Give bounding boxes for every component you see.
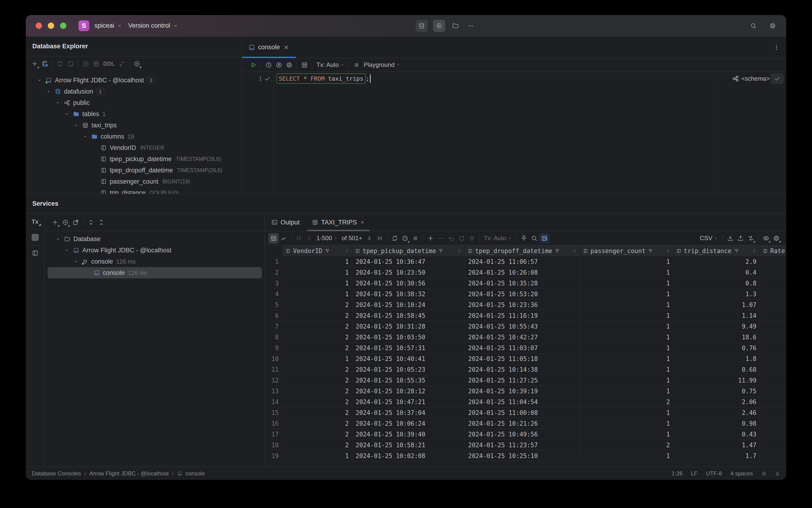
row-number[interactable]: 16 [265,418,283,429]
cell[interactable]: 2 [283,440,352,451]
add-service-button[interactable] [50,217,60,227]
row-number[interactable]: 12 [265,375,283,386]
cell[interactable]: 1.07 [673,299,760,310]
row-number[interactable]: 14 [265,396,283,408]
tree-item-passenger-count[interactable]: passenger_countBIGINT(19) [26,176,242,187]
cell[interactable]: 2 [283,396,352,408]
cell[interactable]: 1 [580,429,673,440]
pin-tab-button[interactable] [519,233,529,244]
cell[interactable]: 2024-01-25 10:03:50 [352,332,465,343]
column-header-rate[interactable]: Rate [760,245,786,256]
previous-page-button[interactable] [304,233,315,244]
query-history-button[interactable] [264,60,274,70]
stop-process-icon[interactable] [32,234,39,241]
column-header-tpep_pickup_datetime[interactable]: tpep_pickup_datetime [352,245,465,256]
cell[interactable]: 1.7 [673,451,760,461]
tree-item-console[interactable]: console126 ms [48,267,262,279]
more-actions-button[interactable] [466,20,476,31]
cell[interactable] [760,451,786,461]
in-editor-results-button[interactable] [299,60,310,70]
project-folder-button[interactable] [450,20,461,31]
datasource-properties-button[interactable] [40,59,50,69]
cell[interactable]: 2.9 [673,256,760,267]
cell[interactable]: 0.68 [673,364,760,375]
row-number[interactable]: 7 [265,321,283,332]
cell[interactable]: 1 [580,375,673,386]
cell[interactable]: 2 [283,343,352,353]
run-mode-select[interactable]: Playground [362,61,402,69]
tab-options-kebab-icon[interactable] [773,44,780,51]
reload-data-button[interactable] [390,233,400,244]
data-view-button[interactable] [268,233,279,244]
cell[interactable]: 2024-01-25 11:23:57 [465,440,580,451]
expand-all-button[interactable] [86,217,96,227]
cell[interactable]: 2024-01-25 10:39:40 [352,429,465,440]
status-item[interactable]: 1:26 [672,470,683,477]
cell[interactable] [760,364,786,375]
filter-icon[interactable] [734,248,739,254]
new-console-button[interactable] [65,59,76,69]
cell[interactable]: 1 [283,256,352,267]
grid-settings-button[interactable] [771,233,781,244]
cell[interactable]: 1 [580,343,673,353]
cell[interactable] [760,386,786,396]
cell[interactable]: 1 [580,278,673,289]
row-number[interactable]: 9 [265,343,283,353]
row-number[interactable]: 10 [265,353,283,364]
import-data-button[interactable] [735,233,746,244]
tree-item-database[interactable]: Database [45,234,265,245]
cell[interactable]: 9.49 [673,321,760,332]
chevron-down-icon[interactable] [71,259,80,264]
chevron-down-icon[interactable] [71,123,81,128]
tree-item-datafusion[interactable]: datafusion1 [26,86,242,97]
cell[interactable]: 2024-01-25 10:21:26 [465,418,580,429]
cell[interactable] [760,418,786,429]
chart-view-button[interactable] [279,233,289,244]
row-number[interactable]: 3 [265,278,283,289]
filter-icon[interactable] [325,248,330,254]
cell[interactable]: 2024-01-25 10:47:21 [352,396,465,408]
cell[interactable]: 2024-01-25 10:23:36 [465,299,580,310]
cell[interactable]: 18.6 [673,332,760,343]
cell[interactable]: 0.43 [673,429,760,440]
row-number[interactable]: 2 [265,267,283,278]
cell[interactable]: 2 [283,429,352,440]
cell[interactable]: 11.99 [673,375,760,386]
row-number[interactable]: 4 [265,289,283,299]
console-settings-button[interactable] [284,60,295,70]
filter-icon[interactable] [438,248,444,254]
cell[interactable]: 1 [283,451,352,461]
row-number[interactable]: 15 [265,408,283,418]
cell[interactable]: 2024-01-25 10:05:23 [352,364,465,375]
cell[interactable]: 2024-01-25 10:39:19 [465,386,580,396]
jump-to-ddl-button[interactable] [117,59,127,69]
sort-icon[interactable] [345,249,349,253]
status-item[interactable]: UTF-8 [706,470,722,477]
cell[interactable] [760,299,786,310]
tree-item-columns[interactable]: columns19 [26,131,242,142]
tree-item-vendorid[interactable]: VendorIDINTEGER [26,142,242,154]
cell[interactable]: 1.47 [673,440,760,451]
sql-statement[interactable]: SELECT * FROM taxi_trips [276,73,366,84]
cell[interactable]: 1 [580,353,673,364]
cell[interactable]: 2024-01-25 10:28:12 [352,386,465,396]
cell[interactable]: 2024-01-25 10:58:45 [352,310,465,321]
explain-plan-button[interactable] [274,60,284,70]
tx-mode-icon[interactable]: Tx [32,218,38,225]
chevron-down-icon[interactable] [35,78,44,83]
tree-item-trip-distance[interactable]: trip_distanceDOUBLE(0) [26,187,242,194]
rollback-button[interactable] [456,233,467,244]
sort-icon[interactable] [666,249,670,253]
cell[interactable]: 2024-01-25 10:10:24 [352,299,465,310]
cell[interactable]: 2024-01-25 11:03:07 [465,343,580,353]
last-page-button[interactable] [374,233,385,244]
cell[interactable]: 1 [580,310,673,321]
tree-item-tpep-pickup-datetime[interactable]: tpep_pickup_datetimeTIMESTAMP(26,6) [26,154,242,165]
delete-row-button[interactable] [436,233,446,244]
project-menu[interactable]: spiceai [94,22,123,29]
tree-item-tpep-dropoff-datetime[interactable]: tpep_dropoff_datetimeTIMESTAMP(26,6) [26,165,242,176]
row-number[interactable]: 8 [265,332,283,343]
database-tool-button[interactable] [416,20,428,32]
chevron-down-icon[interactable] [62,112,72,117]
row-number[interactable]: 13 [265,386,283,396]
